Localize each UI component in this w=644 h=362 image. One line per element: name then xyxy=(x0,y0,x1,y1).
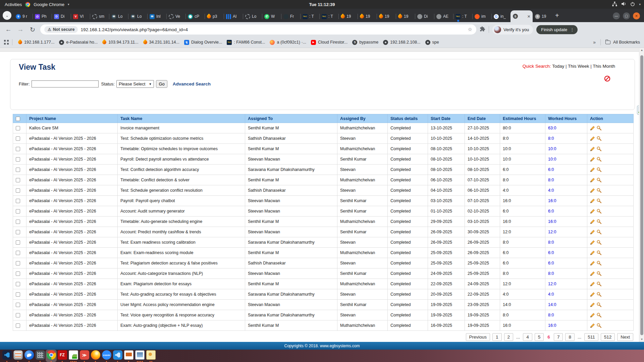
dock-vscode-icon[interactable] xyxy=(1,350,12,362)
quick-search-this-month[interactable]: This Month xyxy=(593,64,615,69)
dock-firefox-icon[interactable] xyxy=(90,350,101,362)
row-checkbox[interactable] xyxy=(16,136,20,141)
tab-sm[interactable]: sm xyxy=(90,11,109,22)
worked-hours-link[interactable]: 10:0 xyxy=(548,146,556,151)
activities-button[interactable]: Activities xyxy=(5,2,22,7)
page-button-next[interactable]: Next xyxy=(617,333,633,341)
quick-search-this-week[interactable]: This Week xyxy=(568,64,589,69)
page-button-7[interactable]: 7 xyxy=(554,333,563,341)
close-button[interactable]: ✕ xyxy=(633,12,640,19)
minimize-button[interactable]: — xyxy=(613,12,620,19)
edit-icon[interactable] xyxy=(590,292,595,297)
tab-lo[interactable]: ✉Lo xyxy=(109,11,128,22)
edit-icon[interactable] xyxy=(590,312,595,318)
scrollbar-thumb[interactable] xyxy=(640,55,643,335)
worked-hours-link[interactable]: 6:0 xyxy=(548,261,554,265)
tab-p3[interactable]: p3 xyxy=(205,11,224,22)
tab-di[interactable]: Di xyxy=(415,11,434,22)
bookmarks-overflow-button[interactable]: » xyxy=(593,40,596,45)
clock[interactable]: Tue 11:12:39 xyxy=(309,2,335,7)
tab-19[interactable]: 19 xyxy=(377,11,396,22)
tab-vi[interactable]: VVI xyxy=(71,11,90,22)
tab-di[interactable]: DDi xyxy=(52,11,71,22)
edit-icon[interactable] xyxy=(590,146,595,152)
dock-chrome-icon[interactable] xyxy=(46,350,57,362)
go-button[interactable]: Go xyxy=(156,80,167,88)
tab-ph[interactable]: @Ph xyxy=(33,11,52,22)
back-button[interactable]: ← xyxy=(4,26,13,33)
edit-icon[interactable] xyxy=(590,260,595,266)
row-checkbox[interactable] xyxy=(16,126,20,130)
tab-lo[interactable]: Lo xyxy=(243,11,262,22)
row-checkbox[interactable] xyxy=(16,199,20,203)
dock-libreoffice-calc-icon[interactable] xyxy=(68,350,79,362)
edit-icon[interactable] xyxy=(590,188,595,193)
tab-9-r[interactable]: 99 r xyxy=(13,11,33,22)
row-checkbox[interactable] xyxy=(16,282,20,286)
view-icon[interactable] xyxy=(596,146,602,152)
worked-hours-link[interactable]: 8:0 xyxy=(548,240,554,245)
dock-file-manager-icon[interactable] xyxy=(12,350,23,362)
dock-libreoffice-impress-icon[interactable] xyxy=(123,350,134,362)
status-select[interactable]: Please Select ▼ xyxy=(116,80,154,88)
edit-icon[interactable] xyxy=(590,177,595,183)
view-icon[interactable] xyxy=(596,157,602,162)
view-icon[interactable] xyxy=(596,302,602,307)
bookmark-34-231-181-14[interactable]: 34.231.181.14... xyxy=(141,39,182,46)
worked-hours-link[interactable]: 16:0 xyxy=(548,219,556,224)
worked-hours-link[interactable]: 8:0 xyxy=(548,313,554,317)
advanced-search-link[interactable]: Advanced Search xyxy=(173,81,211,86)
bookmark-103-94-173-11[interactable]: 103.94.173.11... xyxy=(100,39,141,46)
address-bar[interactable]: ⚠ Not secure 192.168.1.242/pmo/viewtask.… xyxy=(40,24,476,35)
view-icon[interactable] xyxy=(596,125,602,131)
worked-hours-link[interactable]: 6:0 xyxy=(548,167,554,172)
view-icon[interactable] xyxy=(596,240,602,245)
edit-icon[interactable] xyxy=(590,125,595,131)
dock-remmina-icon[interactable]: ≫ xyxy=(79,350,90,362)
bookmark-spe[interactable]: spe xyxy=(423,39,441,46)
page-button-4[interactable]: 4 xyxy=(523,333,532,341)
tab-ai[interactable]: AI xyxy=(224,11,243,22)
tab-close-icon[interactable]: × xyxy=(527,13,530,19)
row-checkbox[interactable] xyxy=(16,292,20,297)
extensions-icon[interactable] xyxy=(480,26,485,33)
page-button-5[interactable]: 5 xyxy=(535,333,544,341)
bookmark-192-168-1-177[interactable]: 192.168.1.177... xyxy=(16,39,57,46)
view-icon[interactable] xyxy=(596,167,602,172)
dock-zoom-icon[interactable]: zoom xyxy=(101,350,112,362)
tab-inl[interactable]: ✉Inl xyxy=(147,11,166,22)
row-checkbox[interactable] xyxy=(16,178,20,182)
view-icon[interactable] xyxy=(596,260,602,266)
tab-search-button[interactable]: ⌄ xyxy=(3,11,11,20)
worked-hours-link[interactable]: 6:0 xyxy=(548,250,554,255)
row-checkbox[interactable] xyxy=(16,157,20,162)
security-chip[interactable]: ⚠ Not secure xyxy=(44,26,78,33)
bookmark-cloud-firestor[interactable]: Cloud Firestor... xyxy=(309,39,350,46)
row-checkbox[interactable] xyxy=(16,209,20,214)
tab-ae[interactable]: AE xyxy=(434,11,453,22)
bookmark-dialog-overvie[interactable]: Dialog Overvie... xyxy=(182,39,224,46)
view-icon[interactable] xyxy=(596,229,602,235)
block-icon[interactable] xyxy=(604,75,610,82)
edit-icon[interactable] xyxy=(590,281,595,287)
worked-hours-link[interactable]: 10:0 xyxy=(548,157,556,162)
edit-icon[interactable] xyxy=(590,208,595,214)
page-button-1[interactable]: 1 xyxy=(492,333,502,341)
worked-hours-link[interactable]: 12:0 xyxy=(548,282,556,286)
worked-hours-link[interactable]: 16:0 xyxy=(548,198,556,203)
dock-filezilla-icon[interactable]: FZ xyxy=(57,350,68,362)
row-checkbox[interactable] xyxy=(16,240,20,245)
page-button-512[interactable]: 512 xyxy=(601,333,615,341)
worked-hours-link[interactable]: 8:0 xyxy=(548,271,554,276)
chevron-down-icon[interactable]: ▾ xyxy=(639,3,641,6)
select-all-checkbox[interactable] xyxy=(16,117,20,121)
tab-19[interactable]: 19 xyxy=(338,11,358,22)
edit-icon[interactable] xyxy=(590,229,595,235)
tab-lo[interactable]: ✉Lo xyxy=(128,11,147,22)
tab-im[interactable]: im xyxy=(472,11,491,22)
row-checkbox[interactable] xyxy=(16,168,20,172)
worked-hours-link[interactable]: 4:0 xyxy=(548,292,554,297)
row-checkbox[interactable] xyxy=(16,230,20,234)
edit-icon[interactable] xyxy=(590,250,595,255)
view-icon[interactable] xyxy=(596,219,602,224)
